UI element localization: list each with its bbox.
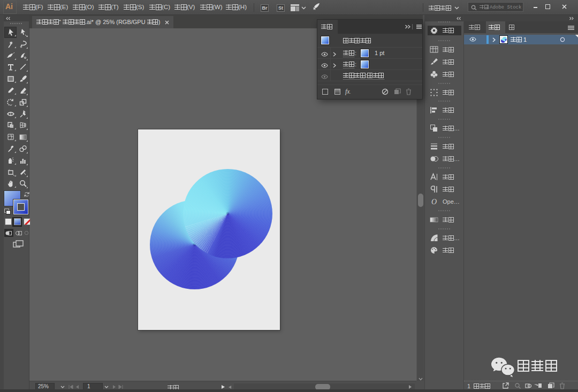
svg-text:O: O bbox=[431, 198, 437, 206]
